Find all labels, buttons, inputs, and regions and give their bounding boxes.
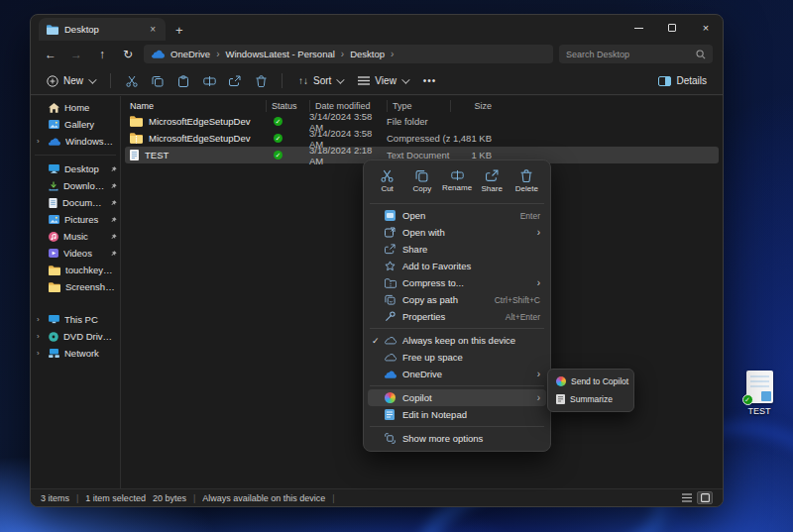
chevron-right-icon: › [537, 277, 540, 288]
window-controls: × [622, 15, 723, 41]
chevron-right-icon[interactable]: › [37, 332, 44, 341]
sidebar-item-onedrive[interactable]: › WindowsLatest - P [31, 133, 120, 150]
sidebar-item-label: Gallery [64, 119, 117, 130]
copilot-submenu: Send to Copilot Summarize [547, 369, 634, 412]
file-row[interactable]: MicrosoftEdgeSetupDev ✓ 3/14/2024 3:58 A… [125, 113, 719, 130]
details-pane-label: Details [676, 75, 707, 86]
sidebar-item-this-pc[interactable]: › This PC [31, 311, 120, 328]
sidebar-item-network[interactable]: › Network [31, 345, 120, 362]
file-name: MicrosoftEdgeSetupDev [149, 133, 250, 144]
menu-item-open-with[interactable]: Open with › [368, 224, 546, 241]
sort-button[interactable]: ↑↓ Sort [292, 72, 348, 89]
submenu-item-send-to-copilot[interactable]: Send to Copilot [551, 372, 630, 390]
sync-check-icon: ✓ [742, 394, 753, 405]
minimize-button[interactable] [622, 15, 655, 41]
sidebar-item-desktop[interactable]: Desktop [31, 160, 120, 177]
file-explorer-window: Desktop × + × ← → ↑ ↻ OneDrive › Windows… [30, 14, 724, 507]
refresh-icon[interactable]: ↻ [118, 48, 138, 61]
command-toolbar: New ↑↓ Sort V [31, 67, 723, 95]
menu-item-open[interactable]: Open Enter [368, 207, 546, 224]
breadcrumb[interactable]: OneDrive › WindowsLatest - Personal › De… [144, 45, 553, 63]
maximize-button[interactable] [655, 15, 689, 41]
menu-item-onedrive[interactable]: OneDrive › [368, 366, 546, 382]
chevron-down-icon [401, 75, 409, 83]
column-header-type[interactable]: Type [387, 100, 450, 112]
column-header-name[interactable]: Name ^ [125, 100, 266, 112]
menu-item-always-keep-on-device[interactable]: ✓ Always keep on this device [368, 332, 546, 349]
delete-button[interactable]: Delete [510, 166, 544, 196]
chevron-right-icon[interactable]: › [37, 349, 44, 358]
forward-icon[interactable]: → [66, 48, 86, 61]
up-icon[interactable]: ↑ [92, 48, 112, 61]
breadcrumb-onedrive[interactable]: OneDrive [170, 49, 210, 59]
sidebar-item-music[interactable]: Music [31, 228, 120, 245]
tab-desktop[interactable]: Desktop × [39, 18, 166, 41]
cut-button[interactable] [121, 71, 143, 91]
details-pane-icon [658, 76, 671, 86]
menu-item-free-up-space[interactable]: Free up space [368, 349, 546, 366]
properties-icon [385, 311, 402, 322]
view-button[interactable]: View [352, 72, 413, 89]
menu-item-edit-in-notepad[interactable]: Edit in Notepad [368, 406, 546, 423]
chevron-right-icon[interactable]: › [37, 137, 44, 146]
file-row[interactable]: MicrosoftEdgeSetupDev ✓ 3/14/2024 3:58 A… [125, 130, 719, 147]
sidebar-item-label: Desktop [64, 163, 106, 174]
sidebar-item-label: This PC [64, 314, 117, 325]
sidebar-item-label: Documents [62, 197, 106, 208]
sidebar-item-label: Music [63, 231, 106, 242]
new-tab-button[interactable]: + [175, 23, 183, 38]
tab-close-icon[interactable]: × [148, 24, 158, 35]
cut-button[interactable]: Cut [370, 166, 404, 196]
sidebar-item-screenshots[interactable]: Screenshots [31, 278, 120, 295]
copy-button[interactable] [147, 71, 169, 91]
menu-item-label: Copilot [402, 392, 531, 403]
menu-item-compress-to[interactable]: Compress to... › [368, 274, 546, 291]
more-commands-button[interactable]: ••• [417, 72, 443, 89]
sidebar-item-touchkeyboard[interactable]: touchkeyboard [31, 262, 120, 278]
sidebar-item-pictures[interactable]: Pictures [31, 211, 120, 228]
new-button[interactable]: New [41, 72, 100, 90]
view-button-label: View [375, 75, 396, 86]
availability-status: Always available on this device [202, 493, 325, 503]
check-icon: ✓ [372, 336, 385, 346]
ellipsis-icon: ••• [423, 75, 437, 86]
details-pane-button[interactable]: Details [652, 72, 713, 89]
sidebar-item-label: Network [64, 348, 117, 359]
column-header-size[interactable]: Size [450, 100, 496, 112]
menu-item-add-to-favorites[interactable]: Add to Favorites [368, 258, 546, 274]
close-button[interactable]: × [689, 15, 723, 41]
desktop-icon-test[interactable]: ✓ TEST [734, 371, 785, 416]
paste-button[interactable] [172, 71, 194, 91]
search-input[interactable] [566, 50, 696, 59]
search-box[interactable] [559, 45, 713, 63]
chevron-right-icon[interactable]: › [391, 49, 394, 59]
delete-button[interactable] [250, 71, 272, 91]
icons-view-icon[interactable] [697, 491, 713, 504]
sidebar-item-downloads[interactable]: Downloads [31, 177, 120, 194]
back-icon[interactable]: ← [41, 48, 60, 61]
folder-tab-icon [47, 25, 58, 35]
breadcrumb-account[interactable]: WindowsLatest - Personal [225, 49, 334, 59]
column-header-status[interactable]: Status [266, 100, 309, 112]
rename-button[interactable] [198, 71, 220, 91]
sidebar-item-gallery[interactable]: Gallery [31, 116, 120, 133]
menu-item-copy-as-path[interactable]: Copy as path Ctrl+Shift+C [368, 291, 546, 308]
copy-button[interactable]: Copy [404, 166, 439, 196]
share-button[interactable] [224, 71, 246, 91]
chevron-right-icon[interactable]: › [37, 315, 44, 324]
menu-item-properties[interactable]: Properties Alt+Enter [368, 308, 546, 325]
sidebar-item-home[interactable]: Home [31, 99, 120, 116]
rename-button[interactable]: Rename [439, 166, 474, 196]
sidebar-item-dvd-drive[interactable]: › DVD Drive (D:) CCC [31, 328, 120, 345]
chevron-right-icon: › [537, 392, 540, 403]
submenu-item-summarize[interactable]: Summarize [551, 390, 630, 408]
sidebar-item-documents[interactable]: Documents [31, 194, 120, 211]
menu-item-show-more-options[interactable]: Show more options [368, 430, 546, 447]
menu-item-share[interactable]: Share [368, 241, 546, 258]
menu-item-copilot[interactable]: Copilot › [368, 389, 546, 406]
share-button[interactable]: Share [475, 166, 510, 196]
sidebar-item-videos[interactable]: Videos [31, 245, 120, 262]
menu-item-label: Properties [402, 311, 506, 322]
details-view-icon[interactable] [679, 491, 695, 504]
breadcrumb-desktop[interactable]: Desktop [350, 49, 385, 59]
